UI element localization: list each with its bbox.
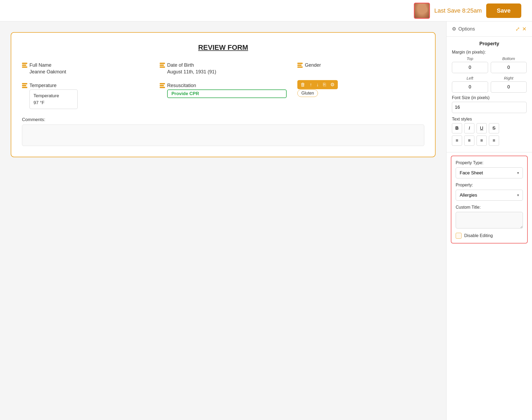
delete-button[interactable]: 🗑 (299, 81, 306, 88)
main-layout: REVIEW FORM Full Name Jeanne Oakmont Dat… (0, 21, 532, 420)
text-styles-label: Text styles (452, 117, 527, 122)
text-styles-row1: B I U S (452, 123, 527, 133)
temp-line1: Temperature (33, 92, 74, 99)
allergies-field: 🗑 ↑ ↓ ⎘ ⚙ Allergies Gluten (297, 83, 424, 109)
margin-left-input[interactable] (452, 81, 488, 93)
db-icon-gender (297, 63, 303, 68)
gender-field: Gender (297, 62, 424, 75)
gender-label: Gender (297, 62, 424, 68)
property-section-title: Property (452, 41, 527, 47)
bottom-label: Bottom (502, 56, 515, 61)
font-size-input[interactable] (452, 102, 527, 113)
db-icon-resus (160, 83, 165, 88)
align-justify-button[interactable]: ≡ (489, 136, 499, 146)
settings-button[interactable]: ⚙ (329, 81, 336, 88)
margin-bottom-col: Bottom (491, 56, 527, 73)
disable-editing-checkbox[interactable] (456, 233, 462, 239)
full-name-field: Full Name Jeanne Oakmont (22, 62, 149, 75)
options-label: Options (458, 26, 475, 32)
property-panel-section: Property Margin (in pixels): Top Bottom … (447, 37, 532, 152)
right-label: Right (504, 76, 513, 80)
last-save-text: Last Save 8:25am (434, 7, 482, 14)
resuscitation-label: Resuscitation (160, 83, 287, 88)
db-icon-dob (160, 63, 165, 68)
move-down-button[interactable]: ↓ (315, 81, 320, 88)
property-type-select[interactable]: Face Sheet (456, 167, 523, 178)
margin-top-bottom: Top Bottom (452, 56, 527, 73)
font-size-label: Font Size (in pixels) (452, 95, 527, 100)
property-select-wrapper: Allergies (456, 190, 523, 201)
fields-grid: Full Name Jeanne Oakmont Date of Birth A… (22, 62, 424, 109)
dob-field: Date of Birth August 11th, 1931 (91) (160, 62, 287, 75)
property-type-section: Property Type: Face Sheet Property: Alle… (451, 156, 528, 243)
review-card: REVIEW FORM Full Name Jeanne Oakmont Dat… (11, 32, 436, 157)
margin-right-col: Right (491, 76, 527, 93)
margin-right-input[interactable] (491, 81, 527, 93)
margin-label: Margin (in pixels): (452, 50, 527, 55)
db-icon-temp (22, 83, 27, 88)
property-type-select-wrapper: Face Sheet (456, 167, 523, 178)
temp-line2: 97 °F (33, 99, 74, 106)
temperature-box: Temperature 97 °F (29, 89, 78, 109)
bold-button[interactable]: B (452, 123, 462, 133)
margin-top-input[interactable] (452, 62, 488, 73)
temperature-field: Temperature Temperature 97 °F (22, 83, 149, 109)
temperature-label: Temperature (22, 83, 149, 88)
move-up-button[interactable]: ↑ (309, 81, 313, 88)
panel-header: ⚙ Options ⤢ ✕ (447, 21, 532, 37)
dob-value: August 11th, 1931 (91) (160, 69, 287, 75)
custom-title-input[interactable] (456, 212, 523, 228)
avatar-image (415, 3, 429, 18)
align-center-button[interactable]: ≡ (464, 136, 474, 146)
underline-button[interactable]: U (477, 123, 487, 133)
cpr-badge: Provide CPR (167, 89, 287, 98)
margin-top-col: Top (452, 56, 488, 73)
panel-header-actions: ⤢ ✕ (515, 26, 527, 32)
custom-title-label: Custom Title: (456, 205, 523, 210)
margin-bottom-input[interactable] (491, 62, 527, 73)
gear-icon: ⚙ (452, 26, 456, 32)
property-label: Property: (456, 183, 523, 188)
db-icon (22, 63, 27, 68)
avatar[interactable] (414, 3, 430, 19)
full-name-label: Full Name (22, 62, 149, 68)
property-select[interactable]: Allergies (456, 190, 523, 201)
comments-label: Comments: (22, 117, 424, 122)
align-left-button[interactable]: ≡ (452, 136, 462, 146)
dob-label: Date of Birth (160, 62, 287, 68)
right-panel: ⚙ Options ⤢ ✕ Property Margin (in pixels… (446, 21, 532, 420)
comments-section: Comments: (22, 117, 424, 146)
left-label: Left (467, 76, 473, 80)
header: Last Save 8:25am Save (0, 0, 532, 21)
top-label: Top (467, 56, 473, 61)
resuscitation-field: Resuscitation Provide CPR (160, 83, 287, 109)
margin-left-col: Left (452, 76, 488, 93)
strikethrough-button[interactable]: S (489, 123, 499, 133)
close-icon[interactable]: ✕ (522, 26, 527, 32)
full-name-value: Jeanne Oakmont (22, 69, 149, 75)
property-type-label: Property Type: (456, 160, 523, 165)
form-area: REVIEW FORM Full Name Jeanne Oakmont Dat… (0, 21, 446, 420)
text-styles-row2: ≡ ≡ ≡ ≡ (452, 136, 527, 146)
action-toolbar: 🗑 ↑ ↓ ⎘ ⚙ (297, 80, 338, 89)
review-form-title: REVIEW FORM (22, 43, 424, 52)
disable-editing-row: Disable Editing (456, 233, 523, 239)
gluten-badge: Gluten (297, 89, 318, 97)
comments-box[interactable] (22, 125, 424, 146)
expand-icon[interactable]: ⤢ (515, 26, 520, 32)
save-button[interactable]: Save (486, 3, 521, 18)
italic-button[interactable]: I (464, 123, 474, 133)
align-right-button[interactable]: ≡ (477, 136, 487, 146)
options-header: ⚙ Options (452, 26, 475, 32)
copy-button[interactable]: ⎘ (322, 81, 327, 88)
margin-left-right: Left Right (452, 76, 527, 93)
disable-editing-label: Disable Editing (464, 233, 493, 238)
